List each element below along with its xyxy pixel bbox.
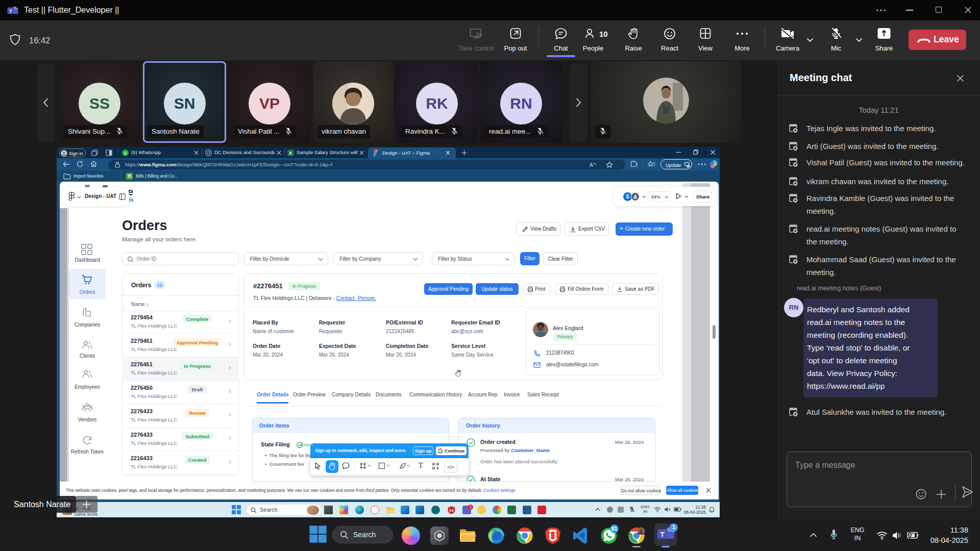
svg-text:!: ! (688, 164, 689, 167)
svg-text:T: T (9, 8, 12, 14)
svg-text:T: T (660, 531, 665, 538)
svg-text:6: 6 (124, 151, 127, 155)
